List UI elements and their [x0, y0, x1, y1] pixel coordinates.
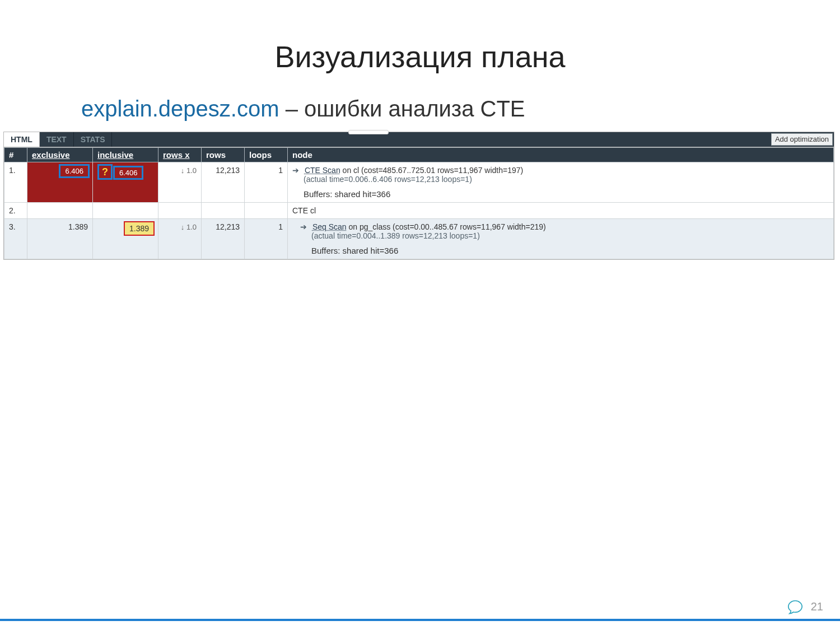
tab-spacer — [112, 132, 769, 147]
col-idx[interactable]: # — [4, 148, 27, 162]
speech-bubble-icon — [787, 599, 804, 615]
node-actual: (actual time=0.006..6.406 rows=12,213 lo… — [304, 175, 829, 184]
node-cell: Seq Scan on pg_class (cost=0.00..485.67 … — [288, 219, 834, 259]
inclusive-cell — [93, 203, 158, 219]
plan-header-row: # exclusive inclusive rows x rows loops … — [4, 148, 834, 162]
node-actual: (actual time=0.004..1.389 rows=12,213 lo… — [311, 231, 829, 240]
tab-html[interactable]: HTML — [4, 132, 40, 147]
col-node[interactable]: node — [288, 148, 834, 162]
node-cell: CTE cl — [288, 203, 834, 219]
tab-text[interactable]: TEXT — [40, 132, 74, 147]
col-loops[interactable]: loops — [245, 148, 288, 162]
rowsx-cell — [158, 203, 202, 219]
node-buffers: Buffers: shared hit=366 — [311, 246, 829, 255]
footer-divider — [0, 619, 840, 621]
table-row: 1. 6.406 ? 6.406 ↓ 1.0 12,213 1 CTE Scan… — [4, 162, 834, 203]
rows-cell: 12,213 — [202, 219, 245, 259]
col-inclusive[interactable]: inclusive — [93, 148, 158, 162]
rowsx-cell: ↓ 1.0 — [158, 162, 202, 203]
drag-handle-icon — [348, 130, 389, 134]
exclusive-cell: 6.406 — [27, 162, 93, 203]
table-row: 3. 1.389 1.389 ↓ 1.0 12,213 1 Seq Scan o… — [4, 219, 834, 259]
rows-cell — [202, 203, 245, 219]
col-rows[interactable]: rows — [202, 148, 245, 162]
tab-stats[interactable]: STATS — [74, 132, 113, 147]
plan-visualization: HTML TEXT STATS Add optimization # exclu… — [3, 132, 834, 260]
add-optimization-button[interactable]: Add optimization — [771, 133, 833, 146]
node-buffers: Buffers: shared hit=366 — [304, 189, 829, 199]
row-index: 2. — [4, 203, 27, 219]
rows-cell: 12,213 — [202, 162, 245, 203]
col-rowsx[interactable]: rows x — [158, 148, 202, 162]
col-exclusive[interactable]: exclusive — [27, 148, 93, 162]
rowsx-cell: ↓ 1.0 — [158, 219, 202, 259]
node-cell: CTE Scan on cl (cost=485.67..725.01 rows… — [288, 162, 834, 203]
plan-table: # exclusive inclusive rows x rows loops … — [4, 147, 834, 259]
node-scan-link[interactable]: CTE Scan — [305, 166, 340, 175]
inclusive-cell: 1.389 — [93, 219, 158, 259]
node-scan-rest: on pg_class (cost=0.00..485.67 rows=11,9… — [347, 222, 546, 231]
slide-title: Визуализация плана — [0, 39, 840, 74]
row-index: 3. — [4, 219, 27, 259]
row-index: 1. — [4, 162, 27, 203]
subtitle: explain.depesz.com – ошибки анализа CTE — [81, 96, 840, 122]
loops-cell: 1 — [245, 162, 288, 203]
loops-cell — [245, 203, 288, 219]
node-scan-rest: on cl (cost=485.67..725.01 rows=11,967 w… — [340, 166, 524, 175]
question-icon: ? — [99, 166, 111, 178]
subtitle-rest: – ошибки анализа CTE — [279, 96, 525, 121]
loops-cell: 1 — [245, 219, 288, 259]
inclusive-badge: 1.389 — [125, 222, 153, 235]
table-row: 2. CTE cl — [4, 203, 834, 219]
tab-bar: HTML TEXT STATS Add optimization — [4, 132, 834, 147]
node-scan-link[interactable]: Seq Scan — [312, 222, 347, 231]
exclusive-cell — [27, 203, 93, 219]
inclusive-cell: ? 6.406 — [93, 162, 158, 203]
page-number: 21 — [811, 600, 823, 613]
subtitle-link: explain.depesz.com — [81, 96, 279, 121]
expand-arrow-icon[interactable] — [300, 222, 310, 231]
inclusive-badge: 6.406 — [115, 167, 142, 178]
expand-arrow-icon[interactable] — [292, 166, 302, 175]
exclusive-cell: 1.389 — [27, 219, 93, 259]
exclusive-badge: 6.406 — [60, 166, 88, 176]
